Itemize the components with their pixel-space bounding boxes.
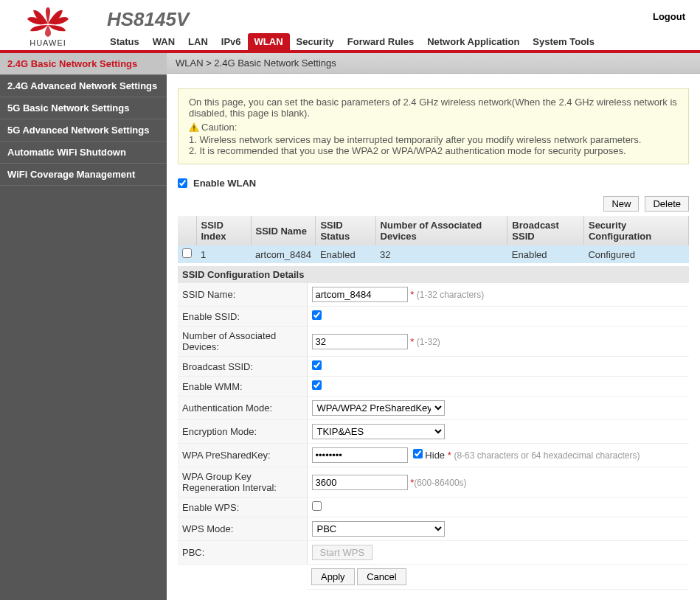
psk-hide-checkbox[interactable] [413, 449, 423, 458]
sidebar: 2.4G Basic Network Settings2.4G Advanced… [0, 53, 167, 600]
info-intro: On this page, you can set the basic para… [189, 97, 678, 119]
caution-icon [189, 122, 199, 133]
enable-wlan-checkbox[interactable] [178, 178, 187, 188]
table-header-index: SSID Index [196, 216, 251, 245]
topnav-wan[interactable]: WAN [146, 33, 181, 50]
delete-button[interactable]: Delete [645, 196, 689, 212]
row-status: Enabled [316, 245, 375, 263]
sidebar-item-wifi-coverage-management[interactable]: WiFi Coverage Management [0, 164, 167, 186]
group-key-input[interactable] [312, 475, 408, 490]
auth-mode-label: Authentication Mode: [178, 397, 307, 420]
psk-hint: (8-63 characters or 64 hexadecimal chara… [454, 450, 640, 461]
topnav-network-application[interactable]: Network Application [420, 33, 526, 50]
brand-text: HUAWEI [11, 38, 85, 47]
enable-wps-checkbox[interactable] [312, 501, 322, 511]
enable-ssid-label: Enable SSID: [178, 307, 307, 327]
svg-rect-1 [193, 125, 194, 128]
info-box: On this page, you can set the basic para… [178, 88, 689, 164]
new-button[interactable]: New [603, 196, 639, 212]
topnav-security[interactable]: Security [290, 33, 341, 50]
brand-logo: HUAWEI [11, 7, 85, 47]
table-header-status: SSID Status [316, 216, 375, 245]
details-header: SSID Configuration Details [178, 266, 689, 283]
config-form: SSID Name: * (1-32 characters) Enable SS… [178, 283, 689, 590]
row-security: Configured [583, 245, 688, 263]
ssid-name-label: SSID Name: [178, 283, 307, 307]
topnav-ipv6[interactable]: IPv6 [215, 33, 248, 50]
sidebar-item-5g-advanced-network-settings[interactable]: 5G Advanced Network Settings [0, 119, 167, 142]
row-index: 1 [196, 245, 251, 263]
num-assoc-input[interactable] [312, 334, 408, 349]
logout-link[interactable]: Logout [653, 11, 685, 22]
table-header-checkbox [178, 216, 196, 245]
encryption-select[interactable]: TKIP&AES [312, 424, 445, 439]
caution-label: Caution: [201, 122, 237, 133]
psk-label: WPA PreSharedKey: [178, 444, 307, 467]
enable-wlan-label: Enable WLAN [193, 178, 256, 189]
psk-hide-label: Hide [425, 450, 445, 461]
sidebar-item-5g-basic-network-settings[interactable]: 5G Basic Network Settings [0, 97, 167, 119]
group-key-hint: (600-86400s) [414, 478, 466, 488]
encryption-label: Encryption Mode: [178, 420, 307, 444]
ssid-name-hint: (1-32 characters) [417, 290, 484, 300]
sidebar-item-2-4g-advanced-network-settings[interactable]: 2.4G Advanced Network Settings [0, 75, 167, 97]
model-name: HS8145V [107, 8, 189, 31]
table-header-name: SSID Name [251, 216, 316, 245]
row-assoc: 32 [375, 245, 507, 263]
topnav-lan[interactable]: LAN [181, 33, 215, 50]
table-row[interactable]: 1 artcom_8484 Enabled 32 Enabled Configu… [178, 245, 689, 263]
wps-mode-label: WPS Mode: [178, 517, 307, 541]
sidebar-item-2-4g-basic-network-settings[interactable]: 2.4G Basic Network Settings [0, 53, 167, 75]
enable-wmm-checkbox[interactable] [312, 380, 322, 390]
num-assoc-label: Number of Associated Devices: [178, 327, 307, 357]
main-content: WLAN > 2.4G Basic Network Settings On th… [167, 53, 700, 600]
caution-line-1: 1. Wireless network services may be inte… [189, 134, 678, 145]
cancel-button[interactable]: Cancel [357, 568, 406, 585]
breadcrumb: WLAN > 2.4G Basic Network Settings [167, 53, 700, 74]
table-header-security: Security Configuration [583, 216, 688, 245]
enable-wmm-label: Enable WMM: [178, 377, 307, 397]
ssid-name-input[interactable] [312, 287, 408, 302]
topnav-forward-rules[interactable]: Forward Rules [341, 33, 420, 50]
topnav-wlan[interactable]: WLAN [248, 33, 290, 50]
topnav-status[interactable]: Status [103, 33, 146, 50]
row-broadcast: Enabled [507, 245, 584, 263]
table-header-broadcast: Broadcast SSID [507, 216, 584, 245]
broadcast-ssid-label: Broadcast SSID: [178, 357, 307, 377]
group-key-label: WPA Group Key Regeneration Interval: [178, 467, 307, 498]
row-name: artcom_8484 [251, 245, 316, 263]
broadcast-ssid-checkbox[interactable] [312, 360, 322, 370]
enable-ssid-checkbox[interactable] [312, 310, 322, 320]
svg-rect-2 [193, 129, 194, 130]
table-header-assoc: Number of Associated Devices [375, 216, 507, 245]
header: HUAWEI HS8145V Logout StatusWANLANIPv6WL… [0, 0, 700, 50]
sidebar-item-automatic-wifi-shutdown[interactable]: Automatic WiFi Shutdown [0, 142, 167, 164]
wps-mode-select[interactable]: PBC [312, 521, 445, 537]
start-wps-button: Start WPS [312, 545, 373, 560]
enable-wps-label: Enable WPS: [178, 498, 307, 517]
topnav-system-tools[interactable]: System Tools [526, 33, 601, 50]
row-checkbox[interactable] [182, 248, 192, 258]
top-nav: StatusWANLANIPv6WLANSecurityForward Rule… [103, 33, 601, 50]
pbc-label: PBC: [178, 541, 307, 565]
auth-mode-select[interactable]: WPA/WPA2 PreSharedKey [312, 400, 445, 416]
caution-line-2: 2. It is recommended that you use the WP… [189, 145, 678, 156]
apply-button[interactable]: Apply [311, 568, 355, 585]
psk-input[interactable] [312, 447, 408, 463]
ssid-table: SSID Index SSID Name SSID Status Number … [178, 216, 689, 263]
num-assoc-hint: (1-32) [417, 337, 440, 347]
